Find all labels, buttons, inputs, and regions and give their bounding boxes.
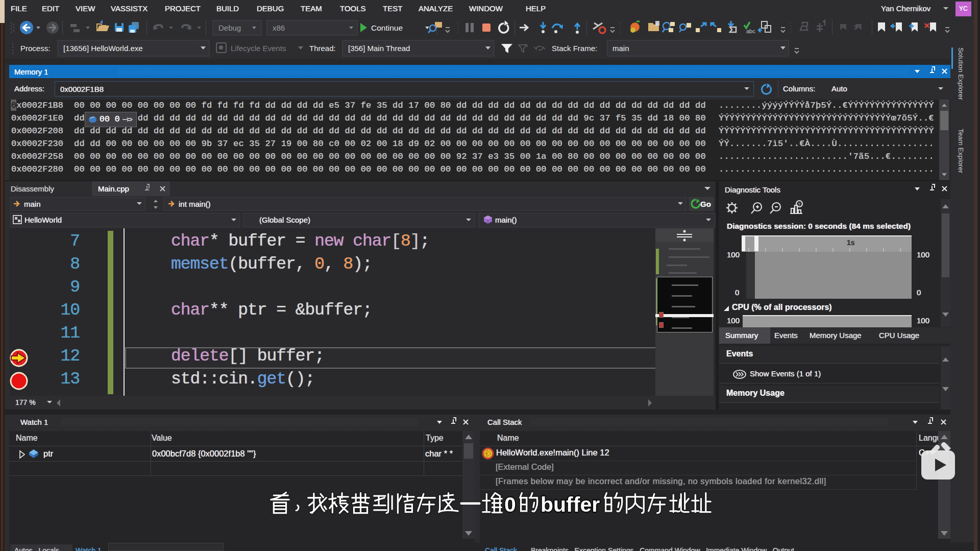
svg-text:[13656] HelloWorld.exe: [13656] HelloWorld.exe	[63, 44, 143, 53]
svg-text:abc: abc	[746, 28, 755, 34]
svg-text:Debug: Debug	[218, 23, 241, 32]
svg-text:main: main	[612, 44, 629, 53]
svg-text:0: 0	[504, 493, 516, 515]
svg-text:buffer: buffer	[541, 493, 600, 515]
svg-text:Stack Frame:: Stack Frame:	[552, 44, 597, 53]
svg-text:x86: x86	[273, 23, 285, 32]
svg-text:Lifecycle Events: Lifecycle Events	[231, 44, 286, 53]
svg-text:Thread:: Thread:	[309, 44, 336, 53]
svg-text:?: ?	[798, 202, 800, 207]
svg-text:Process:: Process:	[20, 44, 50, 53]
svg-text:?: ?	[853, 25, 857, 32]
svg-text:Continue: Continue	[371, 23, 403, 32]
svg-text:[356] Main Thread: [356] Main Thread	[348, 44, 410, 53]
